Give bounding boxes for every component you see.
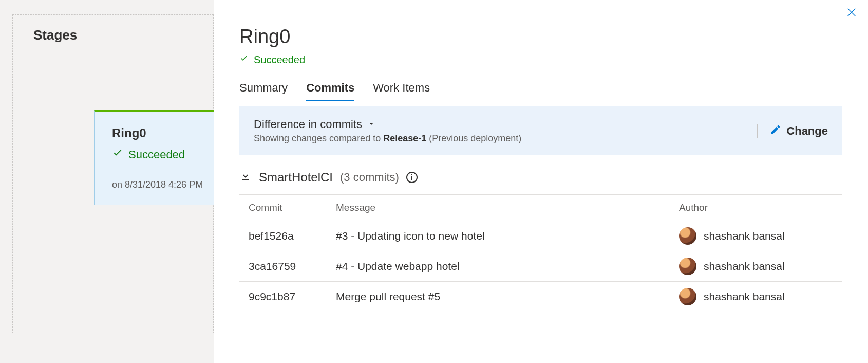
tab-workitems[interactable]: Work Items (373, 78, 430, 101)
stages-pane: Stages Ring0 Succeeded on 8/31/2018 4:26… (0, 0, 214, 363)
stage-name: Ring0 (112, 126, 212, 140)
commit-message: Merge pull request #5 (336, 291, 679, 303)
commit-message: #4 - Update webapp hotel (336, 260, 679, 273)
stage-connector (13, 148, 93, 148)
diff-sub-post: (Previous deployment) (426, 133, 521, 143)
close-icon (846, 7, 857, 20)
author-name: shashank bansal (704, 291, 785, 303)
avatar (679, 258, 696, 275)
author-name: shashank bansal (704, 260, 785, 273)
commit-id[interactable]: 9c9c1b87 (249, 291, 336, 303)
check-icon (239, 54, 249, 66)
panel-status: Succeeded (239, 54, 842, 66)
commit-message: #3 - Updating icon to new hotel (336, 230, 679, 242)
commits-table: Commit Message Author bef1526a#3 - Updat… (239, 194, 842, 312)
pencil-icon (770, 124, 781, 138)
stages-title: Stages (33, 27, 213, 43)
author-name: shashank bansal (704, 230, 785, 242)
info-icon[interactable]: i (406, 172, 418, 183)
table-row[interactable]: 3ca16759#4 - Update webapp hotelshashank… (239, 251, 842, 282)
commit-id[interactable]: bef1526a (249, 230, 336, 242)
table-header: Commit Message Author (239, 194, 842, 221)
stage-date: on 8/31/2018 4:26 PM (112, 179, 212, 190)
close-button[interactable] (842, 4, 861, 23)
table-row[interactable]: 9c9c1b87Merge pull request #5shashank ba… (239, 282, 842, 312)
detail-panel: Ring0 Succeeded Summary Commits Work Ite… (214, 0, 868, 363)
avatar (679, 227, 696, 245)
panel-status-label: Succeeded (254, 54, 305, 66)
artifact-count: (3 commits) (340, 171, 399, 184)
panel-title: Ring0 (239, 26, 842, 48)
col-message: Message (336, 202, 679, 213)
artifact-header: SmartHotelCI (3 commits) i (239, 170, 842, 185)
commit-author: shashank bansal (679, 288, 833, 305)
diff-sub-release: Release-1 (383, 133, 426, 143)
diff-title-label: Difference in commits (254, 118, 362, 131)
diff-sub-pre: Showing changes compared to (254, 133, 383, 143)
download-icon (239, 170, 252, 185)
stage-status-label: Succeeded (128, 148, 185, 161)
artifact-name[interactable]: SmartHotelCI (259, 170, 333, 185)
diff-box: Difference in commits Showing changes co… (239, 106, 842, 155)
stage-status: Succeeded (112, 148, 212, 162)
check-icon (112, 148, 123, 162)
tabs: Summary Commits Work Items (239, 78, 842, 101)
commit-id[interactable]: 3ca16759 (249, 260, 336, 273)
avatar (679, 288, 696, 305)
commit-author: shashank bansal (679, 258, 833, 275)
tab-commits[interactable]: Commits (306, 78, 354, 101)
chevron-down-icon (367, 118, 375, 131)
table-row[interactable]: bef1526a#3 - Updating icon to new hotels… (239, 221, 842, 251)
diff-subtitle: Showing changes compared to Release-1 (P… (254, 133, 521, 144)
stages-container: Stages Ring0 Succeeded on 8/31/2018 4:26… (12, 14, 214, 333)
tab-summary[interactable]: Summary (239, 78, 288, 101)
stage-card-ring0[interactable]: Ring0 Succeeded on 8/31/2018 4:26 PM (94, 110, 228, 205)
col-commit: Commit (249, 202, 336, 213)
change-button[interactable]: Change (770, 124, 828, 138)
commit-author: shashank bansal (679, 227, 833, 245)
change-label: Change (786, 124, 828, 138)
col-author: Author (679, 202, 833, 213)
diff-dropdown[interactable]: Difference in commits (254, 118, 375, 131)
